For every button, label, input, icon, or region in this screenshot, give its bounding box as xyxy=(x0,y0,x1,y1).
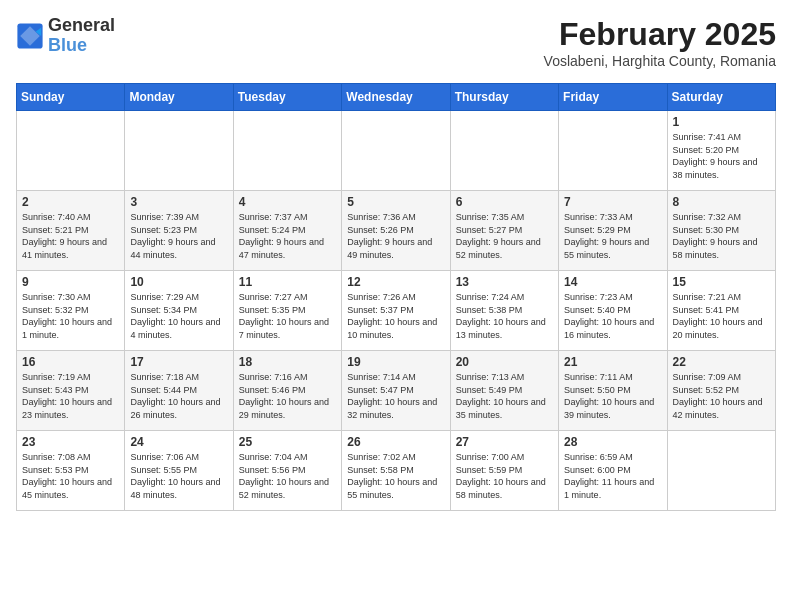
day-number: 4 xyxy=(239,195,336,209)
week-row-4: 23Sunrise: 7:08 AM Sunset: 5:53 PM Dayli… xyxy=(17,431,776,511)
day-info: Sunrise: 7:32 AM Sunset: 5:30 PM Dayligh… xyxy=(673,211,770,261)
day-number: 14 xyxy=(564,275,661,289)
day-cell: 16Sunrise: 7:19 AM Sunset: 5:43 PM Dayli… xyxy=(17,351,125,431)
day-info: Sunrise: 7:37 AM Sunset: 5:24 PM Dayligh… xyxy=(239,211,336,261)
day-info: Sunrise: 7:40 AM Sunset: 5:21 PM Dayligh… xyxy=(22,211,119,261)
day-number: 25 xyxy=(239,435,336,449)
day-number: 21 xyxy=(564,355,661,369)
day-cell: 28Sunrise: 6:59 AM Sunset: 6:00 PM Dayli… xyxy=(559,431,667,511)
day-cell: 22Sunrise: 7:09 AM Sunset: 5:52 PM Dayli… xyxy=(667,351,775,431)
day-cell: 26Sunrise: 7:02 AM Sunset: 5:58 PM Dayli… xyxy=(342,431,450,511)
day-cell: 6Sunrise: 7:35 AM Sunset: 5:27 PM Daylig… xyxy=(450,191,558,271)
day-cell: 13Sunrise: 7:24 AM Sunset: 5:38 PM Dayli… xyxy=(450,271,558,351)
day-number: 18 xyxy=(239,355,336,369)
day-number: 3 xyxy=(130,195,227,209)
day-cell: 11Sunrise: 7:27 AM Sunset: 5:35 PM Dayli… xyxy=(233,271,341,351)
header-monday: Monday xyxy=(125,84,233,111)
logo-line2: Blue xyxy=(48,36,115,56)
day-cell: 3Sunrise: 7:39 AM Sunset: 5:23 PM Daylig… xyxy=(125,191,233,271)
day-number: 20 xyxy=(456,355,553,369)
day-cell: 14Sunrise: 7:23 AM Sunset: 5:40 PM Dayli… xyxy=(559,271,667,351)
header-tuesday: Tuesday xyxy=(233,84,341,111)
day-cell: 9Sunrise: 7:30 AM Sunset: 5:32 PM Daylig… xyxy=(17,271,125,351)
calendar-body: 1Sunrise: 7:41 AM Sunset: 5:20 PM Daylig… xyxy=(17,111,776,511)
week-row-3: 16Sunrise: 7:19 AM Sunset: 5:43 PM Dayli… xyxy=(17,351,776,431)
day-info: Sunrise: 7:13 AM Sunset: 5:49 PM Dayligh… xyxy=(456,371,553,421)
day-number: 16 xyxy=(22,355,119,369)
day-number: 28 xyxy=(564,435,661,449)
day-info: Sunrise: 7:06 AM Sunset: 5:55 PM Dayligh… xyxy=(130,451,227,501)
day-cell: 19Sunrise: 7:14 AM Sunset: 5:47 PM Dayli… xyxy=(342,351,450,431)
day-cell: 24Sunrise: 7:06 AM Sunset: 5:55 PM Dayli… xyxy=(125,431,233,511)
week-row-0: 1Sunrise: 7:41 AM Sunset: 5:20 PM Daylig… xyxy=(17,111,776,191)
day-info: Sunrise: 7:29 AM Sunset: 5:34 PM Dayligh… xyxy=(130,291,227,341)
week-row-1: 2Sunrise: 7:40 AM Sunset: 5:21 PM Daylig… xyxy=(17,191,776,271)
week-row-2: 9Sunrise: 7:30 AM Sunset: 5:32 PM Daylig… xyxy=(17,271,776,351)
day-info: Sunrise: 6:59 AM Sunset: 6:00 PM Dayligh… xyxy=(564,451,661,501)
day-cell: 25Sunrise: 7:04 AM Sunset: 5:56 PM Dayli… xyxy=(233,431,341,511)
day-cell: 15Sunrise: 7:21 AM Sunset: 5:41 PM Dayli… xyxy=(667,271,775,351)
day-number: 12 xyxy=(347,275,444,289)
day-info: Sunrise: 7:33 AM Sunset: 5:29 PM Dayligh… xyxy=(564,211,661,261)
day-cell: 18Sunrise: 7:16 AM Sunset: 5:46 PM Dayli… xyxy=(233,351,341,431)
day-number: 9 xyxy=(22,275,119,289)
day-cell xyxy=(342,111,450,191)
header-thursday: Thursday xyxy=(450,84,558,111)
day-cell: 12Sunrise: 7:26 AM Sunset: 5:37 PM Dayli… xyxy=(342,271,450,351)
day-info: Sunrise: 7:23 AM Sunset: 5:40 PM Dayligh… xyxy=(564,291,661,341)
logo: General Blue xyxy=(16,16,115,56)
day-number: 19 xyxy=(347,355,444,369)
day-number: 27 xyxy=(456,435,553,449)
day-number: 1 xyxy=(673,115,770,129)
day-cell: 8Sunrise: 7:32 AM Sunset: 5:30 PM Daylig… xyxy=(667,191,775,271)
day-cell xyxy=(17,111,125,191)
day-number: 15 xyxy=(673,275,770,289)
day-number: 24 xyxy=(130,435,227,449)
title-section: February 2025 Voslabeni, Harghita County… xyxy=(544,16,776,69)
day-cell: 20Sunrise: 7:13 AM Sunset: 5:49 PM Dayli… xyxy=(450,351,558,431)
location: Voslabeni, Harghita County, Romania xyxy=(544,53,776,69)
day-number: 2 xyxy=(22,195,119,209)
day-info: Sunrise: 7:11 AM Sunset: 5:50 PM Dayligh… xyxy=(564,371,661,421)
day-cell xyxy=(125,111,233,191)
day-cell: 10Sunrise: 7:29 AM Sunset: 5:34 PM Dayli… xyxy=(125,271,233,351)
day-number: 17 xyxy=(130,355,227,369)
day-cell xyxy=(667,431,775,511)
day-info: Sunrise: 7:08 AM Sunset: 5:53 PM Dayligh… xyxy=(22,451,119,501)
day-cell: 7Sunrise: 7:33 AM Sunset: 5:29 PM Daylig… xyxy=(559,191,667,271)
header-friday: Friday xyxy=(559,84,667,111)
day-cell: 23Sunrise: 7:08 AM Sunset: 5:53 PM Dayli… xyxy=(17,431,125,511)
day-cell: 2Sunrise: 7:40 AM Sunset: 5:21 PM Daylig… xyxy=(17,191,125,271)
day-info: Sunrise: 7:09 AM Sunset: 5:52 PM Dayligh… xyxy=(673,371,770,421)
day-info: Sunrise: 7:04 AM Sunset: 5:56 PM Dayligh… xyxy=(239,451,336,501)
day-cell: 17Sunrise: 7:18 AM Sunset: 5:44 PM Dayli… xyxy=(125,351,233,431)
day-info: Sunrise: 7:14 AM Sunset: 5:47 PM Dayligh… xyxy=(347,371,444,421)
day-number: 13 xyxy=(456,275,553,289)
day-number: 10 xyxy=(130,275,227,289)
day-info: Sunrise: 7:39 AM Sunset: 5:23 PM Dayligh… xyxy=(130,211,227,261)
day-info: Sunrise: 7:19 AM Sunset: 5:43 PM Dayligh… xyxy=(22,371,119,421)
day-cell: 1Sunrise: 7:41 AM Sunset: 5:20 PM Daylig… xyxy=(667,111,775,191)
general-blue-logo-icon xyxy=(16,22,44,50)
calendar-header-row: SundayMondayTuesdayWednesdayThursdayFrid… xyxy=(17,84,776,111)
day-info: Sunrise: 7:02 AM Sunset: 5:58 PM Dayligh… xyxy=(347,451,444,501)
day-number: 8 xyxy=(673,195,770,209)
day-info: Sunrise: 7:18 AM Sunset: 5:44 PM Dayligh… xyxy=(130,371,227,421)
day-cell xyxy=(450,111,558,191)
header-sunday: Sunday xyxy=(17,84,125,111)
day-cell: 4Sunrise: 7:37 AM Sunset: 5:24 PM Daylig… xyxy=(233,191,341,271)
header-saturday: Saturday xyxy=(667,84,775,111)
day-info: Sunrise: 7:35 AM Sunset: 5:27 PM Dayligh… xyxy=(456,211,553,261)
day-number: 7 xyxy=(564,195,661,209)
day-number: 26 xyxy=(347,435,444,449)
day-info: Sunrise: 7:00 AM Sunset: 5:59 PM Dayligh… xyxy=(456,451,553,501)
day-cell: 27Sunrise: 7:00 AM Sunset: 5:59 PM Dayli… xyxy=(450,431,558,511)
day-info: Sunrise: 7:27 AM Sunset: 5:35 PM Dayligh… xyxy=(239,291,336,341)
day-number: 22 xyxy=(673,355,770,369)
day-number: 23 xyxy=(22,435,119,449)
day-info: Sunrise: 7:16 AM Sunset: 5:46 PM Dayligh… xyxy=(239,371,336,421)
day-info: Sunrise: 7:21 AM Sunset: 5:41 PM Dayligh… xyxy=(673,291,770,341)
day-info: Sunrise: 7:24 AM Sunset: 5:38 PM Dayligh… xyxy=(456,291,553,341)
header-wednesday: Wednesday xyxy=(342,84,450,111)
day-number: 6 xyxy=(456,195,553,209)
